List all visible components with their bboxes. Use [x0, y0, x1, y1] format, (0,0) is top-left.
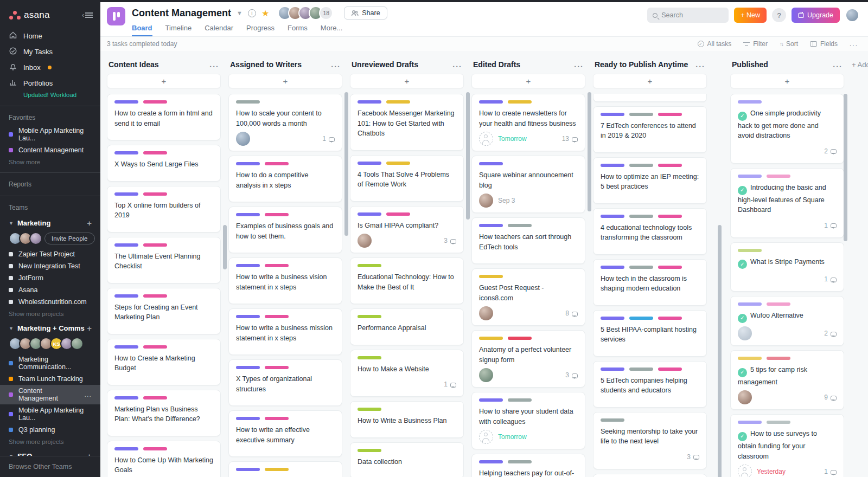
show-more-projects[interactable]: Show more projects [0, 436, 100, 448]
task-card[interactable]: How to write a business mission statemen… [228, 308, 342, 355]
task-card[interactable]: ✓Introducing the basic and high-level fe… [730, 168, 844, 238]
task-card[interactable]: ✓How to use surveys to obtain funding fo… [730, 414, 844, 477]
column-menu-button[interactable]: ... [833, 60, 843, 69]
column-scrollbar[interactable] [344, 92, 348, 236]
task-card[interactable]: Examples of business goals and how to se… [228, 207, 342, 253]
task-card[interactable]: Guest Post Request - icons8.com8 [471, 268, 585, 326]
add-project-button[interactable]: + [87, 324, 92, 333]
sidebar-project-team-lunch-tracking[interactable]: Team Lunch Tracking [0, 373, 100, 385]
reports-label[interactable]: Reports [0, 177, 100, 191]
task-card[interactable]: ✓One simple productivity hack to get mor… [730, 94, 844, 164]
toolbar-all-tasks[interactable]: ✓All tasks [698, 40, 732, 48]
toolbar-overflow-button[interactable]: ... [850, 40, 858, 48]
task-card[interactable]: How to Come Up With Marketing Goals [107, 441, 221, 477]
task-card[interactable]: Marketing Plan vs Business Plan: What's … [107, 390, 221, 436]
chevron-down-icon[interactable]: ▼ [237, 10, 242, 16]
task-card[interactable]: X Types of organizational structures [228, 359, 342, 406]
completed-check-icon[interactable]: ✓ [738, 260, 747, 269]
task-card[interactable]: ✓What is Stripe Payments1 [730, 242, 844, 292]
favorites-show-more[interactable]: Show more [0, 156, 100, 168]
expand-triangle-icon[interactable]: ▼ [9, 221, 14, 226]
tab-forms[interactable]: Forms [288, 24, 308, 36]
column-scrollbar[interactable] [588, 92, 591, 211]
sidebar-scroll-area[interactable]: asana ‹ HomeMy TasksInboxPortfoliosUpdat… [0, 0, 100, 456]
task-card[interactable]: How to Write a Business Plan [350, 401, 464, 438]
sidebar-project-asana[interactable]: Asana [0, 284, 100, 296]
completed-check-icon[interactable]: ✓ [738, 112, 747, 121]
column-scrollbar[interactable] [223, 225, 227, 269]
sidebar-item-home[interactable]: Home [0, 28, 100, 44]
sidebar-item-inbox[interactable]: Inbox [0, 60, 100, 75]
add-section-button[interactable]: + Add section [852, 61, 868, 477]
toolbar-sort[interactable]: ↑↓Sort [780, 40, 798, 48]
project-menu-button[interactable]: ... [85, 391, 92, 398]
help-button[interactable]: ? [772, 8, 786, 22]
tab-calendar[interactable]: Calendar [205, 24, 233, 36]
task-card[interactable]: Helping teachers pay for out-of-pocket c… [471, 454, 585, 477]
tab-more[interactable]: More... [321, 24, 342, 36]
upgrade-button[interactable]: Upgrade [792, 8, 840, 23]
sidebar-item-portfolios[interactable]: Portfolios [0, 75, 100, 91]
info-icon[interactable]: i [248, 9, 256, 17]
toolbar-fields[interactable]: Fields [810, 40, 838, 48]
add-task-button[interactable]: + [350, 74, 464, 88]
task-card[interactable]: Performance Appraisal [350, 308, 464, 345]
expand-triangle-icon[interactable]: ▼ [9, 326, 14, 331]
favorite-project-item[interactable]: Content Management [0, 144, 100, 156]
task-card[interactable]: Data collection [350, 442, 464, 477]
task-card[interactable]: 4 Tools That Solve 4 Problems of Remote … [350, 155, 464, 202]
member-avatars[interactable]: 18 [278, 6, 333, 20]
sidebar-project-wholesticnutrition-com[interactable]: Wholesticnutrition.com [0, 296, 100, 308]
task-card[interactable]: Anatomy of a perfect volunteer signup fo… [471, 330, 585, 388]
task-card[interactable]: Square webinar announcement blogSep 3 [471, 156, 585, 213]
completed-check-icon[interactable]: ✓ [738, 432, 747, 441]
task-card[interactable]: How to create newsletters for your healt… [471, 94, 585, 151]
task-card[interactable]: X Ways to Send Large Files [107, 145, 221, 182]
column-menu-button[interactable]: ... [331, 60, 341, 69]
add-task-button[interactable]: + [228, 74, 342, 88]
toolbar-filter[interactable]: Filter [743, 40, 768, 48]
task-card[interactable]: Summer Camp Director Job Description and… [228, 461, 342, 477]
sidebar-project-jotform[interactable]: JotForm [0, 272, 100, 284]
completed-check-icon[interactable]: ✓ [738, 314, 747, 323]
tab-timeline[interactable]: Timeline [165, 24, 192, 36]
task-card[interactable]: The Ultimate Event Planning Checklist [107, 237, 221, 283]
task-card[interactable]: 7 EdTech conferences to attend in 2019 &… [593, 106, 707, 153]
task-card[interactable]: How to share your student data with coll… [471, 392, 585, 449]
add-task-button[interactable]: + [107, 74, 221, 88]
tab-board[interactable]: Board [132, 24, 152, 36]
user-avatar[interactable] [845, 8, 859, 22]
task-card[interactable]: ✓5 tips for camp risk management9 [730, 350, 844, 410]
completed-check-icon[interactable]: ✓ [738, 186, 747, 195]
add-project-button[interactable]: + [87, 218, 92, 228]
sidebar-collapse-button[interactable]: ‹ [82, 11, 93, 19]
task-card[interactable]: How to optimize an IEP meeting: 5 best p… [593, 157, 707, 204]
search-input[interactable]: Search [647, 8, 729, 23]
team-avatars[interactable]: KS [0, 335, 100, 353]
sidebar-project-new-integration-test[interactable]: New Integration Test [0, 260, 100, 272]
add-project-button[interactable]: + [87, 452, 92, 456]
browse-other-teams-button[interactable]: Browse Other Teams [0, 456, 100, 477]
column-menu-button[interactable]: ... [452, 60, 462, 69]
new-button[interactable]: + New [734, 8, 767, 23]
task-card[interactable]: How to do a competitive analysis in x st… [228, 156, 342, 202]
column-scrollbar[interactable] [718, 225, 722, 477]
task-card[interactable]: Is Stripe PSD2 compliant? [593, 94, 707, 102]
add-task-button[interactable]: + [593, 74, 707, 88]
sidebar-project-mobile-app-marketing-lau-[interactable]: Mobile App Marketing Lau... [0, 404, 100, 424]
task-card[interactable]: How to create a form in html and send it… [107, 94, 221, 140]
share-button[interactable]: Share [344, 7, 387, 20]
task-card[interactable]: 5 Best HIPAA-compliant hosting services [593, 310, 707, 357]
team-avatars[interactable]: Invite People [0, 230, 100, 248]
sidebar-item-my-tasks[interactable]: My Tasks [0, 44, 100, 60]
sidebar-project-marketing-communication-[interactable]: Marketing Communication... [0, 353, 100, 373]
team-header-seo[interactable]: ▼SEO+ [0, 448, 100, 456]
task-card[interactable]: Is Gmail HIPAA compliant?3 [350, 206, 464, 254]
task-card[interactable]: How to Create a Marketing Budget [107, 339, 221, 385]
invite-people-button[interactable]: Invite People [44, 233, 95, 244]
workload-update-link[interactable]: Updated! Workload [0, 91, 100, 101]
sidebar-project-zapier-test-project[interactable]: Zapier Test Project [0, 248, 100, 260]
sidebar-project-content-management[interactable]: Content Management... [0, 385, 100, 404]
column-menu-button[interactable]: ... [209, 60, 219, 69]
team-header-marketing[interactable]: ▼Marketing+ [0, 215, 100, 230]
